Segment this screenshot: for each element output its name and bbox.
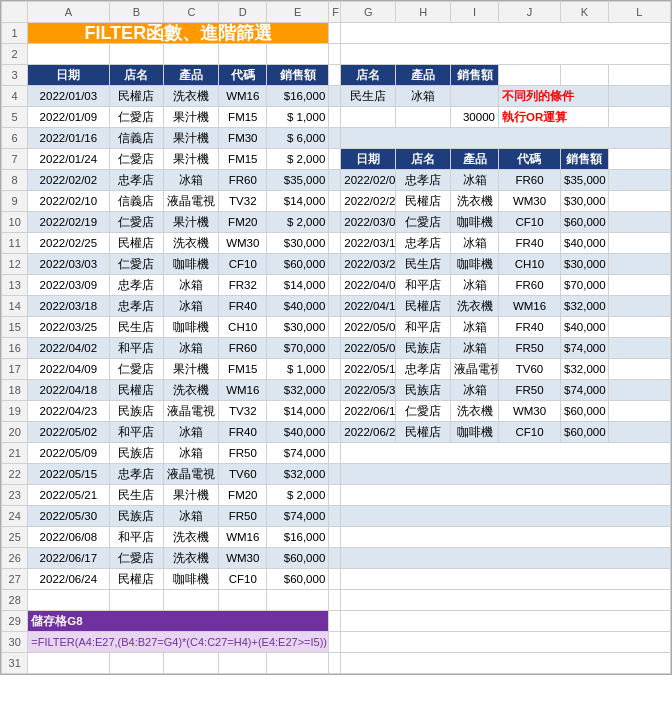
col-e-header: E [267, 2, 329, 23]
col-j-header: J [498, 2, 560, 23]
left-r4-product: 洗衣機 [164, 86, 219, 107]
rownum-1: 1 [2, 23, 28, 44]
left-header-date: 日期 [28, 65, 109, 86]
col-l-header: L [608, 2, 670, 23]
rownum-3: 3 [2, 65, 28, 86]
col-k-header: K [561, 2, 609, 23]
row-5: 5 2022/01/09 仁愛店 果汁機 FM15 $ 1,000 30000 … [2, 107, 671, 128]
row-3: 3 日期 店名 產品 代碼 銷售額 店名 產品 銷售額 [2, 65, 671, 86]
right2-header-product: 產品 [451, 149, 499, 170]
left-r6-product: 果汁機 [164, 128, 219, 149]
col-d-header: D [219, 2, 267, 23]
red-note-2: 執行OR運算 [498, 107, 608, 128]
row-4: 4 2022/01/03 民權店 洗衣機 WM16 $16,000 民生店 冰箱… [2, 86, 671, 107]
row-27: 27 2022/06/24 民權店 咖啡機 CF10 $60,000 [2, 569, 671, 590]
left-r5-store: 仁愛店 [109, 107, 164, 128]
empty-e2 [267, 44, 329, 65]
rownum-6: 6 [2, 128, 28, 149]
empty-l4 [608, 86, 670, 107]
right-r5-store [341, 107, 396, 128]
col-a-header: A [28, 2, 109, 23]
empty-f7 [329, 149, 341, 170]
row-1: 1 FILTER函數、進階篩選 [2, 23, 671, 44]
row-31: 31 [2, 653, 671, 674]
row-8: 8 2022/02/02 忠孝店 冰箱 FR60 $35,000 2022/02… [2, 170, 671, 191]
row-18: 18 2022/04/18 民權店 洗衣機 WM16 $32,000 2022/… [2, 380, 671, 401]
row-6: 6 2022/01/16 信義店 果汁機 FM30 $ 6,000 [2, 128, 671, 149]
empty-right-1 [341, 23, 671, 44]
right-r5-sales: 30000 [451, 107, 499, 128]
empty-f5 [329, 107, 341, 128]
right-r4-sales [451, 86, 499, 107]
empty-c2 [164, 44, 219, 65]
empty-f2 [329, 44, 341, 65]
left-r4-date: 2022/01/03 [28, 86, 109, 107]
row-13: 13 2022/03/09 忠孝店 冰箱 FR32 $14,000 2022/0… [2, 275, 671, 296]
left-header-store: 店名 [109, 65, 164, 86]
row-7: 7 2022/01/24 仁愛店 果汁機 FM15 $ 2,000 日期 店名 … [2, 149, 671, 170]
right2-header-code: 代碼 [498, 149, 560, 170]
right2-header-sales: 銷售額 [561, 149, 609, 170]
col-c-header: C [164, 2, 219, 23]
row-11: 11 2022/02/25 民權店 洗衣機 WM30 $30,000 2022/… [2, 233, 671, 254]
row-16: 16 2022/04/02 和平店 冰箱 FR60 $70,000 2022/0… [2, 338, 671, 359]
left-r7-code: FM15 [219, 149, 267, 170]
empty-b2 [109, 44, 164, 65]
right-header-store: 店名 [341, 65, 396, 86]
row-2: 2 [2, 44, 671, 65]
empty-d2 [219, 44, 267, 65]
row-23: 23 2022/05/21 民生店 果汁機 FM20 $ 2,000 [2, 485, 671, 506]
row-17: 17 2022/04/09 仁愛店 果汁機 FM15 $ 1,000 2022/… [2, 359, 671, 380]
right-header-sales: 銷售額 [451, 65, 499, 86]
right-r4-store: 民生店 [341, 86, 396, 107]
col-h-header: H [396, 2, 451, 23]
empty-l3 [608, 65, 670, 86]
empty-f6 [329, 128, 341, 149]
left-r5-date: 2022/01/09 [28, 107, 109, 128]
empty-f4 [329, 86, 341, 107]
left-r5-sales: $ 1,000 [267, 107, 329, 128]
row-9: 9 2022/02/10 信義店 液晶電視 TV32 $14,000 2022/… [2, 191, 671, 212]
row-29: 29 儲存格G8 [2, 611, 671, 632]
row-19: 19 2022/04/23 民族店 液晶電視 TV32 $14,000 2022… [2, 401, 671, 422]
title-cell: FILTER函數、進階篩選 [28, 23, 329, 44]
left-header-code: 代碼 [219, 65, 267, 86]
left-r7-store: 仁愛店 [109, 149, 164, 170]
empty-f1 [329, 23, 341, 44]
left-header-product: 產品 [164, 65, 219, 86]
row-10: 10 2022/02/19 仁愛店 果汁機 FM20 $ 2,000 2022/… [2, 212, 671, 233]
empty-l5 [608, 107, 670, 128]
spreadsheet: A B C D E F G H I J K L 1 FILTER函數、進階篩選 [0, 0, 672, 675]
row29-label: 儲存格G8 [28, 611, 329, 632]
row-21: 21 2022/05/09 民族店 冰箱 FR50 $74,000 [2, 443, 671, 464]
right-r5-product [396, 107, 451, 128]
empty-j3 [498, 65, 560, 86]
row-26: 26 2022/06/17 仁愛店 洗衣機 WM30 $60,000 [2, 548, 671, 569]
empty-k3 [561, 65, 609, 86]
row-15: 15 2022/03/25 民生店 咖啡機 CH10 $30,000 2022/… [2, 317, 671, 338]
left-r7-sales: $ 2,000 [267, 149, 329, 170]
rownum-4: 4 [2, 86, 28, 107]
right2-header-date: 日期 [341, 149, 396, 170]
left-r7-product: 果汁機 [164, 149, 219, 170]
left-header-sales: 銷售額 [267, 65, 329, 86]
left-r5-product: 果汁機 [164, 107, 219, 128]
row-25: 25 2022/06/08 和平店 洗衣機 WM16 $16,000 [2, 527, 671, 548]
rownum-7: 7 [2, 149, 28, 170]
empty-right-2 [341, 44, 671, 65]
row30-formula: =FILTER(A4:E27,(B4:B27=G4)*(C4:C27=H4)+(… [28, 632, 329, 653]
col-i-header: I [451, 2, 499, 23]
left-r6-sales: $ 6,000 [267, 128, 329, 149]
left-r6-code: FM30 [219, 128, 267, 149]
row-20: 20 2022/05/02 和平店 冰箱 FR40 $40,000 2022/0… [2, 422, 671, 443]
left-r6-date: 2022/01/16 [28, 128, 109, 149]
left-r6-store: 信義店 [109, 128, 164, 149]
empty-f3 [329, 65, 341, 86]
empty-right-6 [341, 128, 671, 149]
row-30: 30 =FILTER(A4:E27,(B4:B27=G4)*(C4:C27=H4… [2, 632, 671, 653]
empty-a2 [28, 44, 109, 65]
empty-l7 [608, 149, 670, 170]
left-r7-date: 2022/01/24 [28, 149, 109, 170]
right-header-product: 產品 [396, 65, 451, 86]
col-b-header: B [109, 2, 164, 23]
